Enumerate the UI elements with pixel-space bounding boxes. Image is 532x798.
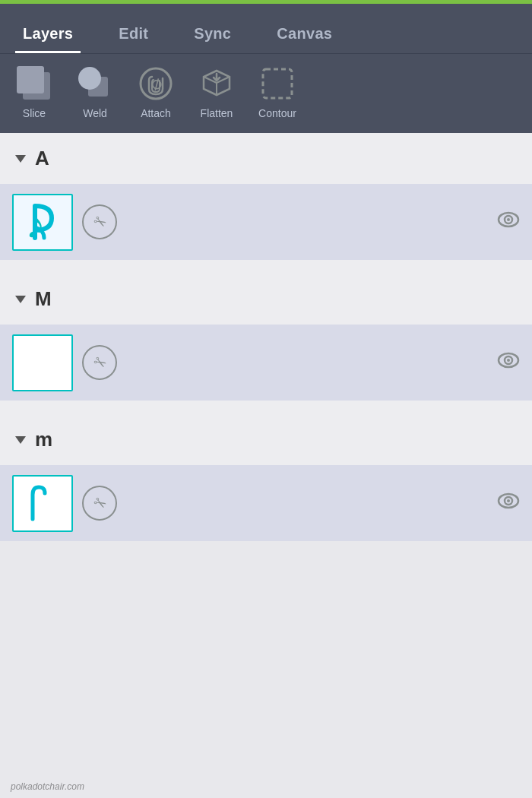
tab-edit[interactable]: Edit xyxy=(96,14,171,53)
group-label-a: A xyxy=(35,147,49,170)
group-label-m: M xyxy=(35,287,52,311)
visibility-toggle-a1[interactable] xyxy=(497,211,520,233)
chevron-down-icon-m[interactable] xyxy=(15,296,26,303)
attach-tool[interactable]: ⌀ Attach xyxy=(129,62,182,122)
weld-label: Weld xyxy=(83,107,107,119)
attach-label: Attach xyxy=(141,107,171,119)
weld-icon xyxy=(76,65,114,103)
attach-icon: ⌀ xyxy=(137,65,175,103)
group-header-a[interactable]: A xyxy=(0,133,532,184)
layers-panel: A ♪ ✂ xyxy=(0,133,532,541)
layer-thumbnail-sm1 xyxy=(12,475,73,532)
slice-tool[interactable]: Slice xyxy=(8,62,61,122)
flatten-tool[interactable]: Flatten xyxy=(190,62,243,122)
scissors-icon-sm: ✂ xyxy=(90,492,110,514)
chevron-down-icon-sm[interactable] xyxy=(15,436,26,444)
scissors-button-sm1[interactable]: ✂ xyxy=(82,486,117,521)
flatten-label: Flatten xyxy=(201,107,233,119)
contour-icon xyxy=(258,65,296,103)
visibility-toggle-m1[interactable] xyxy=(497,352,520,373)
svg-point-13 xyxy=(507,218,510,221)
tab-layers[interactable]: Layers xyxy=(0,14,96,53)
slice-icon xyxy=(15,65,53,103)
layer-row-a1[interactable]: ♪ ✂ xyxy=(0,184,532,260)
scissors-icon: ✂ xyxy=(90,211,110,233)
contour-tool[interactable]: Contour xyxy=(251,62,304,122)
group-label-sm: m xyxy=(35,428,53,451)
svg-point-16 xyxy=(507,359,510,362)
group-header-sm[interactable]: m xyxy=(0,414,532,465)
toolbar: Slice Weld ⌀ Attach xyxy=(0,53,532,133)
scissors-icon-m: ✂ xyxy=(90,351,110,373)
tab-canvas[interactable]: Canvas xyxy=(254,14,355,53)
flatten-icon xyxy=(198,65,236,103)
svg-point-1 xyxy=(78,67,101,90)
layer-row-sm1[interactable]: ✂ xyxy=(0,465,532,541)
nav-tabs: Layers Edit Sync Canvas xyxy=(0,4,532,53)
watermark: polkadotchair.com xyxy=(11,781,84,792)
section-gap-2 xyxy=(0,401,532,414)
weld-tool[interactable]: Weld xyxy=(68,62,122,122)
scissors-button-a1[interactable]: ✂ xyxy=(82,204,117,239)
svg-rect-9 xyxy=(263,69,292,98)
layer-row-m1[interactable]: ✂ xyxy=(0,325,532,401)
layer-thumbnail-a1: ♪ xyxy=(12,194,73,251)
chevron-down-icon[interactable] xyxy=(15,155,26,163)
svg-point-19 xyxy=(507,499,510,502)
section-gap-1 xyxy=(0,260,532,274)
tab-sync[interactable]: Sync xyxy=(171,14,254,53)
group-header-m[interactable]: M xyxy=(0,274,532,325)
layer-thumbnail-m1 xyxy=(12,334,73,391)
slice-label: Slice xyxy=(23,107,46,119)
visibility-toggle-sm1[interactable] xyxy=(497,492,520,514)
contour-label: Contour xyxy=(258,107,296,119)
scissors-button-m1[interactable]: ✂ xyxy=(82,345,117,380)
